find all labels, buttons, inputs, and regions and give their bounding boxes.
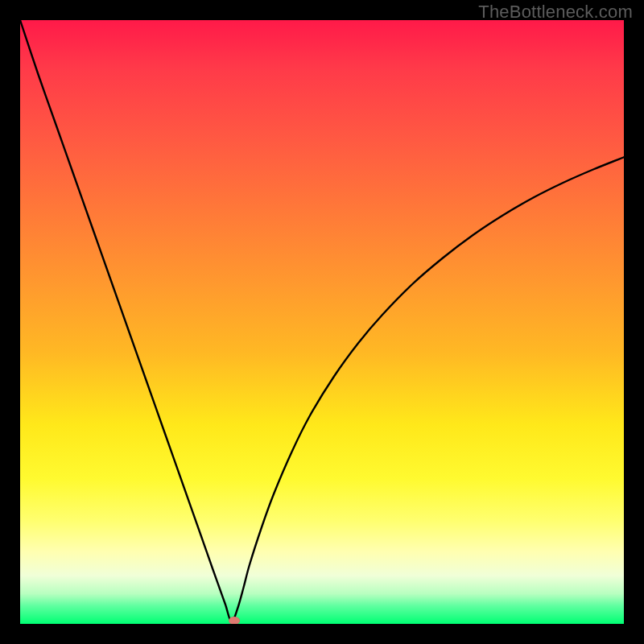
bottleneck-curve (20, 20, 624, 622)
curve-svg (20, 20, 624, 624)
chart-frame: TheBottleneck.com (0, 0, 644, 644)
plot-area (20, 20, 624, 624)
